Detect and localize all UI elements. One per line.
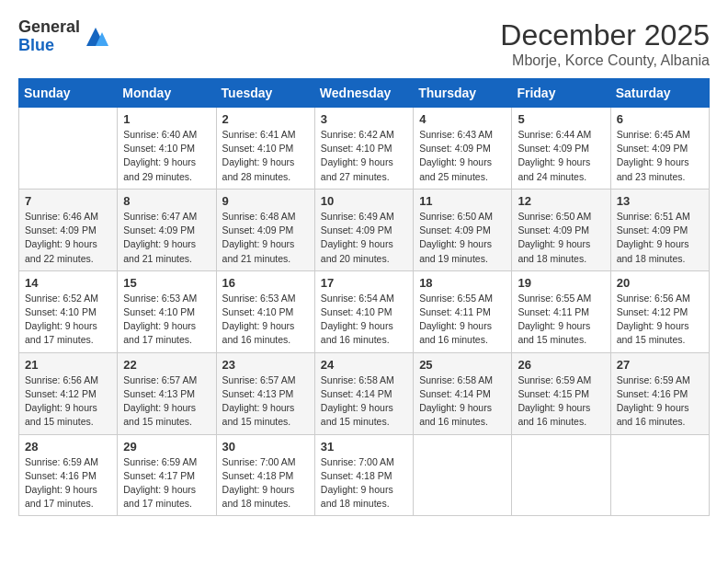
day-info: Sunrise: 6:44 AM Sunset: 4:09 PM Dayligh… bbox=[518, 128, 604, 184]
calendar-cell: 11Sunrise: 6:50 AM Sunset: 4:09 PM Dayli… bbox=[414, 189, 512, 270]
day-info: Sunrise: 6:45 AM Sunset: 4:09 PM Dayligh… bbox=[617, 128, 703, 184]
calendar-cell: 16Sunrise: 6:53 AM Sunset: 4:10 PM Dayli… bbox=[216, 270, 314, 352]
calendar-cell: 28Sunrise: 6:59 AM Sunset: 4:16 PM Dayli… bbox=[19, 434, 118, 516]
day-info: Sunrise: 6:41 AM Sunset: 4:10 PM Dayligh… bbox=[222, 128, 309, 184]
day-number: 13 bbox=[617, 194, 703, 208]
day-info: Sunrise: 6:55 AM Sunset: 4:11 PM Dayligh… bbox=[518, 292, 604, 348]
calendar-cell: 29Sunrise: 6:59 AM Sunset: 4:17 PM Dayli… bbox=[118, 434, 216, 516]
calendar-cell: 14Sunrise: 6:52 AM Sunset: 4:10 PM Dayli… bbox=[19, 270, 118, 352]
calendar-cell: 24Sunrise: 6:58 AM Sunset: 4:14 PM Dayli… bbox=[314, 352, 413, 434]
calendar-week-row: 14Sunrise: 6:52 AM Sunset: 4:10 PM Dayli… bbox=[19, 270, 710, 352]
day-info: Sunrise: 6:59 AM Sunset: 4:16 PM Dayligh… bbox=[617, 373, 703, 430]
calendar-cell: 7Sunrise: 6:46 AM Sunset: 4:09 PM Daylig… bbox=[19, 189, 118, 270]
day-info: Sunrise: 7:00 AM Sunset: 4:18 PM Dayligh… bbox=[222, 455, 309, 511]
calendar-cell bbox=[19, 108, 118, 190]
calendar-cell: 23Sunrise: 6:57 AM Sunset: 4:13 PM Dayli… bbox=[216, 352, 314, 434]
day-info: Sunrise: 6:54 AM Sunset: 4:10 PM Dayligh… bbox=[321, 292, 407, 348]
day-number: 17 bbox=[321, 276, 407, 290]
calendar-day-header: Friday bbox=[512, 79, 610, 108]
calendar-week-row: 21Sunrise: 6:56 AM Sunset: 4:12 PM Dayli… bbox=[19, 352, 710, 434]
calendar-cell: 12Sunrise: 6:50 AM Sunset: 4:09 PM Dayli… bbox=[512, 189, 610, 270]
calendar-cell: 27Sunrise: 6:59 AM Sunset: 4:16 PM Dayli… bbox=[610, 352, 709, 434]
day-info: Sunrise: 6:46 AM Sunset: 4:09 PM Dayligh… bbox=[25, 210, 111, 266]
day-number: 3 bbox=[321, 112, 407, 126]
calendar-cell: 22Sunrise: 6:57 AM Sunset: 4:13 PM Dayli… bbox=[118, 352, 216, 434]
day-info: Sunrise: 6:57 AM Sunset: 4:13 PM Dayligh… bbox=[222, 373, 309, 430]
day-number: 31 bbox=[321, 440, 407, 454]
day-number: 26 bbox=[518, 358, 604, 372]
day-info: Sunrise: 6:55 AM Sunset: 4:11 PM Dayligh… bbox=[419, 292, 506, 348]
day-number: 14 bbox=[25, 276, 111, 290]
calendar-cell: 4Sunrise: 6:43 AM Sunset: 4:09 PM Daylig… bbox=[414, 108, 512, 190]
day-number: 28 bbox=[25, 440, 111, 454]
day-number: 5 bbox=[518, 112, 604, 126]
day-number: 25 bbox=[419, 358, 506, 372]
day-info: Sunrise: 6:57 AM Sunset: 4:13 PM Dayligh… bbox=[123, 373, 210, 430]
day-info: Sunrise: 6:58 AM Sunset: 4:14 PM Dayligh… bbox=[321, 373, 407, 430]
calendar-cell: 13Sunrise: 6:51 AM Sunset: 4:09 PM Dayli… bbox=[610, 189, 709, 270]
day-info: Sunrise: 6:59 AM Sunset: 4:17 PM Dayligh… bbox=[123, 455, 210, 511]
day-info: Sunrise: 6:59 AM Sunset: 4:16 PM Dayligh… bbox=[25, 455, 111, 511]
calendar-cell bbox=[512, 434, 610, 516]
day-number: 7 bbox=[25, 194, 111, 208]
day-info: Sunrise: 6:47 AM Sunset: 4:09 PM Dayligh… bbox=[123, 210, 210, 266]
calendar-cell: 19Sunrise: 6:55 AM Sunset: 4:11 PM Dayli… bbox=[512, 270, 610, 352]
day-number: 30 bbox=[222, 440, 309, 454]
day-number: 23 bbox=[222, 358, 309, 372]
day-number: 21 bbox=[25, 358, 111, 372]
day-number: 27 bbox=[617, 358, 703, 372]
day-info: Sunrise: 6:58 AM Sunset: 4:14 PM Dayligh… bbox=[419, 373, 506, 430]
day-number: 22 bbox=[123, 358, 210, 372]
calendar-cell: 15Sunrise: 6:53 AM Sunset: 4:10 PM Dayli… bbox=[118, 270, 216, 352]
calendar-day-header: Monday bbox=[118, 79, 216, 108]
day-info: Sunrise: 6:51 AM Sunset: 4:09 PM Dayligh… bbox=[617, 210, 703, 266]
day-number: 8 bbox=[123, 194, 210, 208]
day-info: Sunrise: 6:42 AM Sunset: 4:10 PM Dayligh… bbox=[321, 128, 407, 184]
day-info: Sunrise: 6:56 AM Sunset: 4:12 PM Dayligh… bbox=[617, 292, 703, 348]
calendar-cell: 30Sunrise: 7:00 AM Sunset: 4:18 PM Dayli… bbox=[216, 434, 314, 516]
day-info: Sunrise: 6:53 AM Sunset: 4:10 PM Dayligh… bbox=[123, 292, 210, 348]
calendar-cell: 25Sunrise: 6:58 AM Sunset: 4:14 PM Dayli… bbox=[414, 352, 512, 434]
day-info: Sunrise: 6:50 AM Sunset: 4:09 PM Dayligh… bbox=[419, 210, 506, 266]
day-info: Sunrise: 6:48 AM Sunset: 4:09 PM Dayligh… bbox=[222, 210, 309, 266]
day-number: 10 bbox=[321, 194, 407, 208]
calendar-cell: 6Sunrise: 6:45 AM Sunset: 4:09 PM Daylig… bbox=[610, 108, 709, 190]
calendar-day-header: Tuesday bbox=[216, 79, 314, 108]
calendar-table: SundayMondayTuesdayWednesdayThursdayFrid… bbox=[18, 78, 710, 516]
day-info: Sunrise: 6:49 AM Sunset: 4:09 PM Dayligh… bbox=[321, 210, 407, 266]
calendar-cell: 5Sunrise: 6:44 AM Sunset: 4:09 PM Daylig… bbox=[512, 108, 610, 190]
day-number: 2 bbox=[222, 112, 309, 126]
logo-general-text: General bbox=[18, 18, 80, 37]
calendar-header-row: SundayMondayTuesdayWednesdayThursdayFrid… bbox=[19, 79, 710, 108]
day-number: 4 bbox=[419, 112, 506, 126]
day-number: 29 bbox=[123, 440, 210, 454]
calendar-cell: 8Sunrise: 6:47 AM Sunset: 4:09 PM Daylig… bbox=[118, 189, 216, 270]
day-number: 11 bbox=[419, 194, 506, 208]
calendar-cell bbox=[414, 434, 512, 516]
calendar-cell: 20Sunrise: 6:56 AM Sunset: 4:12 PM Dayli… bbox=[610, 270, 709, 352]
calendar-cell: 1Sunrise: 6:40 AM Sunset: 4:10 PM Daylig… bbox=[118, 108, 216, 190]
day-info: Sunrise: 6:50 AM Sunset: 4:09 PM Dayligh… bbox=[518, 210, 604, 266]
calendar-cell: 26Sunrise: 6:59 AM Sunset: 4:15 PM Dayli… bbox=[512, 352, 610, 434]
month-title: December 2025 bbox=[500, 18, 710, 52]
calendar-week-row: 7Sunrise: 6:46 AM Sunset: 4:09 PM Daylig… bbox=[19, 189, 710, 270]
day-info: Sunrise: 6:52 AM Sunset: 4:10 PM Dayligh… bbox=[25, 292, 111, 348]
calendar-cell: 10Sunrise: 6:49 AM Sunset: 4:09 PM Dayli… bbox=[314, 189, 413, 270]
logo-blue-text: Blue bbox=[18, 37, 80, 55]
day-number: 20 bbox=[617, 276, 703, 290]
day-number: 9 bbox=[222, 194, 309, 208]
calendar-day-header: Sunday bbox=[19, 79, 118, 108]
day-info: Sunrise: 6:56 AM Sunset: 4:12 PM Dayligh… bbox=[25, 373, 111, 430]
day-number: 19 bbox=[518, 276, 604, 290]
calendar-cell: 9Sunrise: 6:48 AM Sunset: 4:09 PM Daylig… bbox=[216, 189, 314, 270]
calendar-week-row: 1Sunrise: 6:40 AM Sunset: 4:10 PM Daylig… bbox=[19, 108, 710, 190]
calendar-day-header: Wednesday bbox=[314, 79, 413, 108]
logo: General Blue bbox=[18, 18, 109, 55]
calendar-day-header: Thursday bbox=[414, 79, 512, 108]
day-info: Sunrise: 7:00 AM Sunset: 4:18 PM Dayligh… bbox=[321, 455, 407, 511]
calendar-week-row: 28Sunrise: 6:59 AM Sunset: 4:16 PM Dayli… bbox=[19, 434, 710, 516]
page-header: General Blue December 2025 Mborje, Korce… bbox=[18, 18, 710, 69]
day-number: 6 bbox=[617, 112, 703, 126]
day-info: Sunrise: 6:53 AM Sunset: 4:10 PM Dayligh… bbox=[222, 292, 309, 348]
calendar-day-header: Saturday bbox=[610, 79, 709, 108]
